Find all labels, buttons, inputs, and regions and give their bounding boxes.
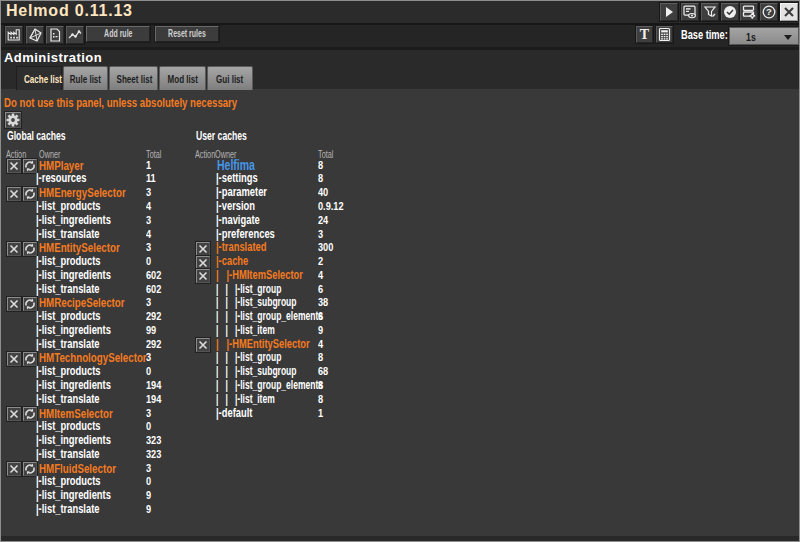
svg-text:?: ? xyxy=(766,6,772,17)
